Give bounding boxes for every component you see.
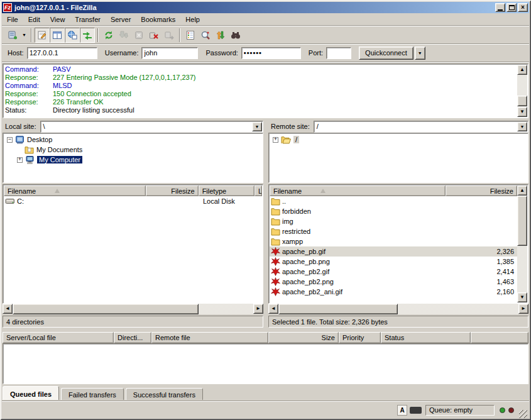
resize-grip[interactable]	[519, 410, 527, 418]
expand-toggle[interactable]: +	[273, 137, 278, 143]
cancel-button[interactable]	[131, 28, 146, 43]
tab-label: Failed transfers	[68, 391, 116, 399]
password-input[interactable]	[241, 47, 301, 59]
remote-directory-tree[interactable]: + /	[268, 133, 528, 183]
log-text: Directory listing successful	[53, 106, 134, 114]
remote-file-row[interactable]: apache_pb.png 1,385	[270, 257, 517, 267]
tree-item-desktop[interactable]: − Desktop	[4, 135, 261, 145]
toggle-local-tree-button[interactable]	[50, 28, 65, 43]
synchronized-browsing-button[interactable]	[213, 28, 228, 43]
column-header-filename[interactable]: Filename	[270, 185, 446, 196]
close-button[interactable]: ×	[518, 3, 528, 12]
local-file-list[interactable]: Filename Filesize Filetype L C: Local Di…	[3, 184, 263, 304]
speed-limit-icon[interactable]	[410, 407, 422, 414]
remote-file-row[interactable]: apache_pb2_ani.gif 2,160	[270, 287, 517, 297]
scroll-left-button[interactable]: ◄	[268, 304, 278, 314]
refresh-button[interactable]	[101, 28, 116, 43]
remote-list-hscrollbar[interactable]: ◄ ►	[268, 304, 528, 314]
column-header-filetype[interactable]: Filetype	[199, 185, 255, 196]
column-header-size[interactable]: Size	[268, 332, 339, 343]
tree-item-my-documents[interactable]: My Documents	[4, 145, 261, 155]
host-input[interactable]	[27, 47, 97, 59]
scroll-right-button[interactable]: ►	[518, 304, 528, 314]
local-directory-tree[interactable]: − Desktop My Documents + My Computer	[3, 133, 263, 183]
maximize-button[interactable]	[506, 3, 517, 12]
remote-site-combobox[interactable]: / ▼	[314, 121, 528, 133]
username-input[interactable]	[141, 47, 198, 59]
scroll-right-button[interactable]: ►	[253, 304, 263, 314]
column-header-remote-file[interactable]: Remote file	[151, 332, 268, 343]
scroll-track[interactable]	[517, 196, 527, 292]
tab-failed-transfers[interactable]: Failed transfers	[61, 388, 124, 400]
message-log[interactable]: Command:PASV Response:227 Entering Passi…	[3, 64, 528, 118]
menu-bookmarks[interactable]: Bookmarks	[136, 14, 180, 25]
scroll-thumb[interactable]	[13, 304, 199, 314]
minimize-button[interactable]	[495, 3, 505, 12]
title-bar[interactable]: Fz john@127.0.0.1 - FileZilla ×	[2, 2, 529, 13]
tree-item-root[interactable]: + /	[270, 135, 527, 145]
remote-file-row[interactable]: img	[270, 216, 517, 226]
menu-view[interactable]: View	[45, 14, 70, 25]
toggle-remote-tree-button[interactable]	[65, 28, 80, 43]
collapse-toggle[interactable]: −	[7, 137, 13, 143]
scroll-track[interactable]	[199, 304, 253, 314]
remote-file-list[interactable]: Filename Filesize .. forbidden img restr…	[268, 184, 528, 304]
scroll-track[interactable]	[517, 75, 527, 107]
log-scrollbar[interactable]: ▲ ▼	[517, 65, 527, 117]
transfer-type-indicator[interactable]: A	[397, 405, 407, 416]
filter-button[interactable]	[183, 28, 198, 43]
tab-successful-transfers[interactable]: Successful transfers	[126, 388, 203, 400]
disconnect-button[interactable]	[146, 28, 161, 43]
remote-file-row[interactable]: ..	[270, 196, 517, 206]
menu-help[interactable]: Help	[180, 14, 205, 25]
site-manager-button[interactable]	[5, 28, 20, 43]
column-header-status[interactable]: Status	[381, 332, 471, 343]
scroll-track[interactable]	[398, 304, 518, 314]
local-file-row[interactable]: C: Local Disk	[4, 196, 262, 206]
column-header-filesize[interactable]: Filesize	[146, 185, 198, 196]
toggle-message-log-button[interactable]	[35, 28, 50, 43]
quickconnect-button[interactable]: Quickconnect	[359, 47, 413, 60]
remote-file-row[interactable]: apache_pb2.gif 2,414	[270, 267, 517, 277]
local-site-dropdown-button[interactable]: ▼	[252, 122, 262, 131]
menu-server[interactable]: Server	[106, 14, 136, 25]
remote-file-row[interactable]: forbidden	[270, 206, 517, 216]
menu-file[interactable]: File	[2, 14, 23, 25]
scroll-up-button[interactable]: ▲	[517, 185, 527, 196]
remote-site-dropdown-button[interactable]: ▼	[517, 122, 527, 131]
reconnect-button[interactable]	[161, 28, 177, 43]
column-header-filename[interactable]: Filename	[4, 185, 146, 196]
scroll-up-button[interactable]: ▲	[517, 65, 527, 75]
toggle-transfer-queue-button[interactable]	[80, 28, 95, 43]
queue-list[interactable]	[3, 343, 528, 384]
remote-file-row[interactable]: restricted	[270, 226, 517, 236]
menu-transfer[interactable]: Transfer	[70, 14, 106, 25]
find-files-button[interactable]	[228, 28, 243, 43]
column-header-server-local-file[interactable]: Server/Local file	[3, 332, 114, 343]
tree-item-my-computer[interactable]: + My Computer	[4, 155, 261, 165]
remote-file-row-selected[interactable]: apache_pb.gif 2,326	[270, 246, 517, 257]
remote-file-row[interactable]: xampp	[270, 236, 517, 246]
process-queue-button[interactable]	[116, 28, 131, 43]
directory-comparison-button[interactable]	[198, 28, 213, 43]
local-list-hscrollbar[interactable]: ◄ ►	[3, 304, 263, 314]
quickconnect-dropdown-button[interactable]: ▼	[415, 47, 425, 60]
expand-toggle[interactable]: +	[17, 157, 23, 163]
column-header-filesize[interactable]: Filesize	[446, 185, 517, 196]
column-header-priority[interactable]: Priority	[339, 332, 381, 343]
scroll-down-button[interactable]: ▼	[517, 107, 527, 117]
scroll-thumb[interactable]	[278, 304, 398, 314]
local-site-combobox[interactable]: \ ▼	[40, 121, 263, 133]
scroll-down-button[interactable]: ▼	[517, 292, 527, 302]
port-input[interactable]	[326, 47, 351, 59]
menu-edit[interactable]: Edit	[23, 14, 45, 25]
column-header-last-modified[interactable]: L	[255, 185, 262, 196]
scroll-left-button[interactable]: ◄	[3, 304, 13, 314]
column-header-direction[interactable]: Directi...	[114, 332, 151, 343]
site-manager-dropdown-button[interactable]: ▼	[20, 28, 28, 43]
tab-queued-files[interactable]: Queued files	[3, 386, 59, 400]
remote-file-row[interactable]: apache_pb2.png 1,463	[270, 277, 517, 287]
scroll-thumb[interactable]	[517, 196, 527, 246]
scroll-thumb[interactable]	[517, 96, 527, 106]
remote-list-scrollbar[interactable]: ▲ ▼	[517, 185, 527, 302]
